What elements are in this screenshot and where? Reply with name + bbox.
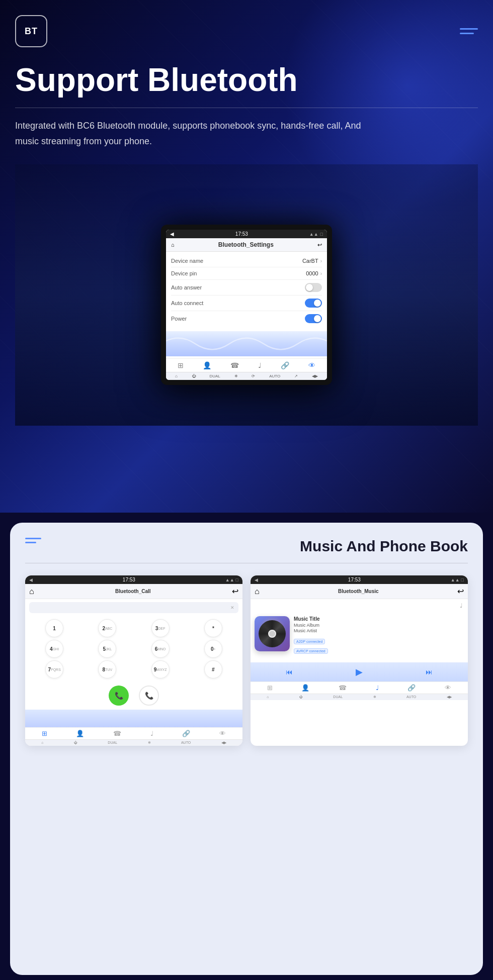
row-auto-answer[interactable]: Auto answer [171,280,322,296]
music-tab-phone[interactable]: ☎ [339,684,347,692]
dial-3[interactable]: 3DEF [151,619,170,637]
music-controls: ⏮ ▶ ⏭ [251,662,468,681]
call-tab-contacts[interactable]: 👤 [76,730,84,737]
music-tab-music[interactable]: ♩ [376,684,379,692]
music-tab-grid[interactable]: ⊞ [267,684,273,692]
device-pin-label: Device pin [171,270,197,276]
call-tab-phone[interactable]: ☎ [113,730,121,737]
call-topbar-icons: ▲▲ □ [225,577,238,582]
tab-contacts[interactable]: 👤 [203,361,211,369]
music-note-icon[interactable]: ♩ [459,601,464,610]
music-topbar: ◀ 17:53 ▲▲ □ [251,575,468,584]
call-back-icon[interactable]: ◀ [29,577,33,582]
head-unit-wrapper: ◀ 17:53 ▲▲ □ ⌂ Bluetooth_Settings ↩ [161,225,332,385]
dial-5[interactable]: 5JKL [98,640,116,658]
cs-vol: ◀▶ [221,741,226,745]
section2-divider [25,563,468,563]
status-power: ⏻ [192,374,196,378]
auto-connect-toggle[interactable] [305,299,322,308]
call-tab-music[interactable]: ♩ [150,730,153,737]
tab-link[interactable]: 🔗 [281,361,289,369]
row-auto-connect[interactable]: Auto connect [171,296,322,311]
screen-nav-back[interactable]: ↩ [317,242,322,248]
section2: Music And Phone Book ◀ 17:53 ▲▲ □ ⌂ Blue… [10,523,483,975]
call-tab-grid[interactable]: ⊞ [42,730,47,737]
cs-auto: AUTO [181,741,191,745]
row-device-name[interactable]: Device name CarBT › [171,255,322,267]
status-dual: DUAL [209,374,220,378]
music-home-icon[interactable]: ⌂ [255,587,260,596]
device-name-label: Device name [171,258,203,264]
dial-1[interactable]: 1 [45,619,63,637]
screen-bottom-tabs: ⊞ 👤 ☎ ♩ 🔗 👁 [166,358,327,372]
music-tab-eye[interactable]: 👁 [445,684,451,692]
call-panel: ◀ 17:53 ▲▲ □ ⌂ Bluetooth_Call ↩ ✕ 1 2ABC… [25,575,242,746]
hamburger-line-2 [460,33,474,34]
dial-7[interactable]: 7PQRS [45,660,63,678]
music-album: Music Album [294,623,464,628]
cs-dual: DUAL [108,741,117,745]
tab-music[interactable]: ♩ [258,361,262,369]
auto-answer-toggle[interactable] [305,283,322,292]
auto-answer-label: Auto answer [171,284,202,290]
tab-grid[interactable]: ⊞ [178,361,184,369]
tab-phone[interactable]: ☎ [230,361,239,369]
call-search[interactable]: ✕ [29,602,238,613]
call-search-clear[interactable]: ✕ [230,605,234,610]
music-artist: Music Artist [294,628,464,633]
call-home-icon[interactable]: ⌂ [29,587,34,596]
dial-8[interactable]: 8TUV [98,660,116,678]
hero-section: BT Support Bluetooth Integrated with BC6… [0,0,493,513]
ms-ac: ❄ [373,695,376,699]
hangup-button[interactable]: 📞 [139,685,159,706]
call-battery: □ [236,577,238,582]
hero-description: Integrated with BC6 Bluetooth module, su… [15,118,377,149]
dial-9[interactable]: 9WXYZ [151,660,170,678]
dial-6[interactable]: 6MNO [151,640,170,658]
call-bottom-tabs: ⊞ 👤 ☎ ♩ 🔗 👁 [25,727,242,739]
dial-4[interactable]: 4GHI [45,640,63,658]
call-wave [25,710,242,727]
screen-back-icon[interactable]: ◀ [170,231,174,237]
album-art [255,616,290,651]
prev-button[interactable]: ⏮ [286,668,293,676]
screen-wave [166,331,327,356]
status-ac: ❄ [234,374,238,378]
dial-star[interactable]: * [204,619,222,637]
call-tab-eye[interactable]: 👁 [219,730,226,737]
row-device-pin[interactable]: Device pin 0000 › [171,267,322,280]
power-label: Power [171,316,187,322]
music-tab-contacts[interactable]: 👤 [301,684,309,692]
music-content: Music Title Music Album Music Artist A2D… [251,612,468,662]
screen-home-icon[interactable]: ⌂ [171,242,175,248]
hero-title: Support Bluetooth [15,62,478,97]
dial-0[interactable]: 0+ [204,640,222,658]
music-nav-back[interactable]: ↩ [457,586,464,596]
section2-hamburger[interactable] [25,538,41,543]
tab-eye[interactable]: 👁 [308,361,315,369]
hamburger-menu[interactable] [460,28,478,34]
ms-power: ⏻ [299,695,303,699]
section2-header: Music And Phone Book [25,538,468,555]
screen-topbar: ◀ 17:53 ▲▲ □ [166,230,327,238]
music-statusbar: ⌂ ⏻ DUAL ❄ AUTO ◀▶ [251,694,468,700]
play-button[interactable]: ▶ [356,666,363,677]
status-recirculate: ⟳ [252,374,255,378]
music-tab-link[interactable]: 🔗 [407,684,416,692]
row-power[interactable]: Power [171,311,322,326]
s2-line-2 [25,542,36,543]
power-toggle[interactable] [305,314,322,323]
call-tab-link[interactable]: 🔗 [182,730,190,737]
music-badges: A2DP connected AVRCP connected [294,636,464,655]
hero-header: BT [15,0,478,57]
answer-button[interactable]: 📞 [109,685,129,706]
dial-hash[interactable]: # [204,660,222,678]
call-nav-back[interactable]: ↩ [232,586,238,596]
music-back-icon[interactable]: ◀ [255,577,258,582]
next-button[interactable]: ⏭ [426,668,433,676]
a2dp-badge: A2DP connected [294,639,325,644]
music-nav-title: Bluetooth_Music [338,589,379,594]
hangup-icon: 📞 [145,692,153,700]
status-fan: ↗ [294,374,298,378]
dial-2[interactable]: 2ABC [98,619,116,637]
